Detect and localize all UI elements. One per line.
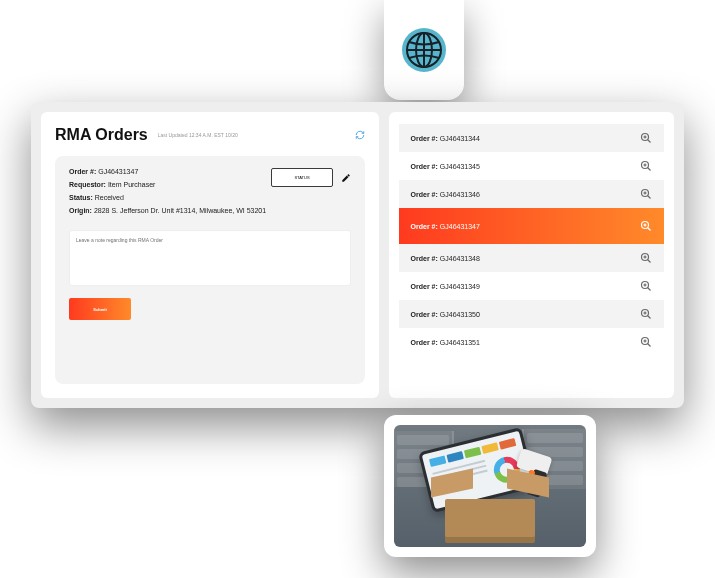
magnify-plus-icon[interactable]	[640, 336, 652, 348]
magnify-plus-icon[interactable]	[640, 280, 652, 292]
svg-line-34	[648, 344, 651, 347]
svg-line-30	[648, 316, 651, 319]
svg-line-10	[648, 168, 651, 171]
order-row-active[interactable]: Order #: GJ46431347	[399, 208, 664, 244]
order-row[interactable]: Order #: GJ46431345	[399, 152, 664, 180]
order-detail-card: Order #: GJ46431347 Requestor: Item Purc…	[55, 156, 365, 384]
detail-status: Status: Received	[69, 194, 266, 201]
status-button[interactable]: STATUS	[271, 168, 332, 187]
globe-card	[384, 0, 464, 100]
cardboard-box-illustration	[435, 479, 545, 543]
main-panel: RMA Orders Last Updated 12:34 A.M. EST 1…	[31, 102, 684, 408]
illustration-card	[384, 415, 596, 557]
order-detail-lines: Order #: GJ46431347 Requestor: Item Purc…	[69, 168, 266, 214]
detail-actions: STATUS	[271, 168, 350, 187]
magnify-plus-icon[interactable]	[640, 132, 652, 144]
header-row: RMA Orders Last Updated 12:34 A.M. EST 1…	[55, 126, 365, 144]
detail-order: Order #: GJ46431347	[69, 168, 266, 175]
magnify-plus-icon[interactable]	[640, 252, 652, 264]
order-list: Order #: GJ46431344 Order #: GJ46431345 …	[389, 112, 674, 398]
order-row[interactable]: Order #: GJ46431350	[399, 300, 664, 328]
magnify-plus-icon[interactable]	[640, 160, 652, 172]
detail-origin: Origin: 2828 S. Jefferson Dr. Unit #1314…	[69, 207, 266, 214]
submit-button[interactable]: Submit	[69, 298, 131, 320]
magnify-plus-icon[interactable]	[640, 188, 652, 200]
last-updated-text: Last Updated 12:34 A.M. EST 10/20	[158, 132, 238, 138]
page-title: RMA Orders	[55, 126, 148, 144]
left-column: RMA Orders Last Updated 12:34 A.M. EST 1…	[41, 112, 379, 398]
magnify-plus-icon[interactable]	[640, 220, 652, 232]
warehouse-illustration	[394, 425, 586, 547]
order-row[interactable]: Order #: GJ46431349	[399, 272, 664, 300]
svg-line-18	[648, 228, 651, 231]
order-row[interactable]: Order #: GJ46431344	[399, 124, 664, 152]
order-row[interactable]: Order #: GJ46431346	[399, 180, 664, 208]
magnify-plus-icon[interactable]	[640, 308, 652, 320]
globe-icon	[401, 27, 447, 73]
order-row[interactable]: Order #: GJ46431348	[399, 244, 664, 272]
svg-line-22	[648, 260, 651, 263]
order-row[interactable]: Order #: GJ46431351	[399, 328, 664, 356]
svg-line-14	[648, 196, 651, 199]
svg-line-26	[648, 288, 651, 291]
detail-requestor: Requestor: Item Purchaser	[69, 181, 266, 188]
svg-line-6	[648, 140, 651, 143]
note-textarea[interactable]	[69, 230, 351, 286]
refresh-icon[interactable]	[355, 130, 365, 140]
edit-icon[interactable]	[341, 173, 351, 183]
